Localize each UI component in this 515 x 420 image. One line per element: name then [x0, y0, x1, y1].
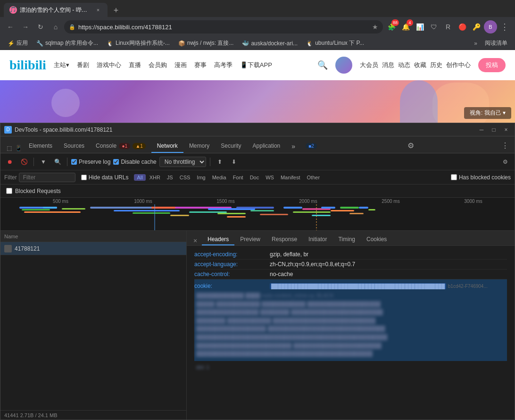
- bookmark-star-icon[interactable]: ★: [372, 23, 378, 31]
- details-tab-response[interactable]: Response: [266, 234, 303, 245]
- action-history[interactable]: 历史: [430, 61, 442, 69]
- security-lock-icon: 🔒: [69, 24, 75, 30]
- tab-application[interactable]: Application: [247, 140, 286, 153]
- bookmark-ubuntu[interactable]: 🐧 ubuntu/Linux 下 P...: [302, 38, 368, 48]
- nav-gaokao[interactable]: 高考季: [214, 61, 233, 69]
- action-vip[interactable]: 大会员: [360, 61, 378, 69]
- record-button[interactable]: ⏺: [4, 156, 16, 168]
- devtools-more-tabs[interactable]: »: [288, 140, 299, 153]
- disable-cache-checkbox[interactable]: Disable cache: [113, 159, 156, 165]
- profile-button[interactable]: B: [484, 20, 497, 34]
- bookmarks-more-button[interactable]: »: [471, 39, 480, 48]
- details-tab-preview[interactable]: Preview: [234, 234, 266, 245]
- post-button[interactable]: 投稿: [478, 58, 506, 72]
- bookmark-linux[interactable]: 🐧 Linux网络操作系统-...: [103, 38, 174, 48]
- has-blocked-cookies-checkbox[interactable]: Has blocked cookies: [451, 174, 511, 181]
- filter-font[interactable]: Font: [230, 174, 246, 181]
- bookmark-sqlmap[interactable]: 🔧 sqlmap 的常用命令...: [33, 38, 102, 48]
- active-tab[interactable]: 🎵 漂泊的雪的个人空间 - 哔哩哔哩 ×: [4, 3, 108, 17]
- search-button[interactable]: 🔍: [52, 156, 63, 168]
- bookmark-reader[interactable]: 阅读清单: [481, 38, 511, 48]
- bookmark-nwjs[interactable]: 📦 nwjs / nwjs: 直接...: [174, 38, 238, 48]
- tab-security[interactable]: Security: [215, 140, 247, 153]
- devtools-settings-button[interactable]: ⚙: [406, 138, 416, 153]
- back-button[interactable]: ←: [4, 20, 17, 34]
- tab-console[interactable]: Console ●1 ▲1: [90, 140, 151, 153]
- filter-toggle-button[interactable]: ▼: [38, 156, 49, 168]
- network-settings-button[interactable]: ⚙: [499, 156, 511, 168]
- preserve-log-checkbox[interactable]: Preserve log: [71, 159, 110, 165]
- details-tab-headers[interactable]: Headers: [202, 234, 234, 245]
- network-item-41788121[interactable]: 41788121: [0, 242, 186, 255]
- filter-js[interactable]: JS: [164, 174, 176, 181]
- password-icon[interactable]: 🔑: [470, 20, 483, 34]
- toolbar-icon-3[interactable]: 🛡: [427, 20, 440, 34]
- devtools-minimize-button[interactable]: ─: [477, 125, 486, 134]
- home-button[interactable]: ⌂: [49, 20, 62, 34]
- view-angle-button[interactable]: 视角: 我自己 ▾: [464, 107, 511, 119]
- user-avatar[interactable]: [335, 57, 352, 74]
- nav-bangumi[interactable]: 番剧: [77, 61, 89, 69]
- tab-sources[interactable]: Sources: [58, 140, 90, 153]
- toolbar-icon-4[interactable]: R: [441, 20, 455, 34]
- menu-button[interactable]: ⋮: [498, 20, 511, 34]
- throttle-select[interactable]: No throttling: [159, 157, 206, 167]
- disable-cache-input[interactable]: [113, 159, 119, 165]
- filter-manifest[interactable]: Manifest: [278, 174, 303, 181]
- new-tab-button[interactable]: +: [109, 4, 123, 17]
- hide-data-urls-checkbox[interactable]: Hide data URLs: [81, 174, 129, 181]
- action-create[interactable]: 创作中心: [446, 61, 471, 69]
- nav-live[interactable]: 直播: [129, 61, 141, 69]
- devtools-maximize-button[interactable]: □: [489, 125, 498, 134]
- hide-data-urls-input[interactable]: [81, 175, 87, 180]
- reload-button[interactable]: ↻: [34, 20, 47, 34]
- nav-sports[interactable]: 赛事: [194, 61, 207, 69]
- bilibili-logo[interactable]: bilibili: [9, 58, 46, 73]
- details-tab-cookies[interactable]: Cookies: [361, 234, 392, 245]
- nav-game[interactable]: 游戏中心: [97, 61, 121, 69]
- details-tab-timing[interactable]: Timing: [332, 234, 361, 245]
- clear-button[interactable]: 🚫: [18, 156, 30, 168]
- tab-close-button[interactable]: ×: [94, 6, 102, 14]
- preserve-log-input[interactable]: [71, 159, 77, 165]
- url-bar[interactable]: 🔒 https://space.bilibili.com/41788121 ★: [64, 20, 383, 34]
- filter-img[interactable]: Img: [194, 174, 208, 181]
- tab-network[interactable]: Network: [151, 140, 183, 153]
- has-blocked-input[interactable]: [451, 174, 457, 180]
- action-fav[interactable]: 收藏: [414, 61, 426, 69]
- filter-ws[interactable]: WS: [263, 174, 277, 181]
- details-close-button[interactable]: ×: [191, 236, 200, 245]
- search-icon[interactable]: 🔍: [317, 60, 328, 70]
- nav-shop[interactable]: 会员购: [149, 61, 167, 69]
- nav-app[interactable]: 📱下载APP: [240, 61, 272, 69]
- filter-doc[interactable]: Doc: [247, 174, 262, 181]
- filter-all[interactable]: All: [134, 174, 145, 181]
- filter-media[interactable]: Media: [209, 174, 229, 181]
- forward-button[interactable]: →: [19, 20, 32, 34]
- toolbar-icon-5[interactable]: 🔴: [456, 20, 469, 34]
- details-tab-initiator[interactable]: Initiator: [303, 234, 332, 245]
- action-dynamic[interactable]: 动态: [398, 61, 410, 69]
- nav-manga[interactable]: 漫画: [174, 61, 187, 69]
- filter-input[interactable]: [19, 173, 75, 182]
- filter-xhr[interactable]: XHR: [147, 174, 163, 181]
- action-msg[interactable]: 消息: [382, 61, 394, 69]
- devtools-device-button[interactable]: 📱: [14, 143, 23, 153]
- filter-other[interactable]: Other: [304, 174, 323, 181]
- tab-memory[interactable]: Memory: [183, 140, 215, 153]
- blocked-requests-checkbox[interactable]: Blocked Requests: [6, 188, 61, 194]
- blocked-requests-input[interactable]: [6, 188, 12, 194]
- toolbar-icon-1[interactable]: 🔔4: [399, 20, 412, 34]
- nav-home[interactable]: 主站▾: [54, 61, 69, 69]
- filter-css[interactable]: CSS: [177, 174, 193, 181]
- extensions-button[interactable]: 🧩 88: [385, 20, 398, 34]
- bookmark-auska[interactable]: 🐳 auska/docker-ari...: [238, 39, 301, 48]
- bookmark-ubuntu-label: ubuntu/Linux 下 P...: [315, 39, 364, 47]
- devtools-options-button[interactable]: ⋮: [499, 138, 511, 153]
- tab-elements[interactable]: Elements: [23, 140, 58, 153]
- toolbar-icon-2[interactable]: 📊: [413, 20, 426, 34]
- devtools-title: DevTools - space.bilibili.com/41788121: [15, 126, 474, 133]
- devtools-close-button[interactable]: ×: [501, 125, 511, 134]
- bookmark-apps[interactable]: ⚡ 应用: [4, 38, 32, 48]
- devtools-inspect-button[interactable]: ⬚: [4, 143, 14, 153]
